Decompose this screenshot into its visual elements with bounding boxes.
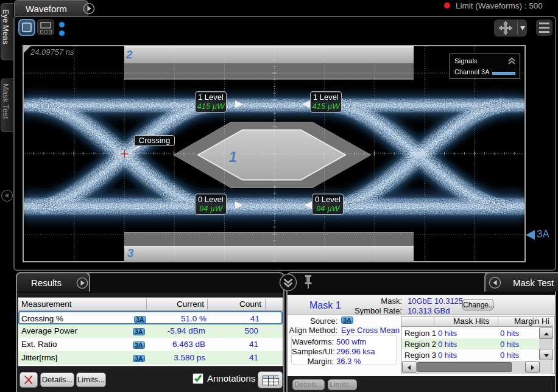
svg-text:2: 2 (125, 48, 133, 61)
svg-text:1: 1 (229, 149, 237, 165)
svg-text:3: 3 (127, 247, 134, 259)
